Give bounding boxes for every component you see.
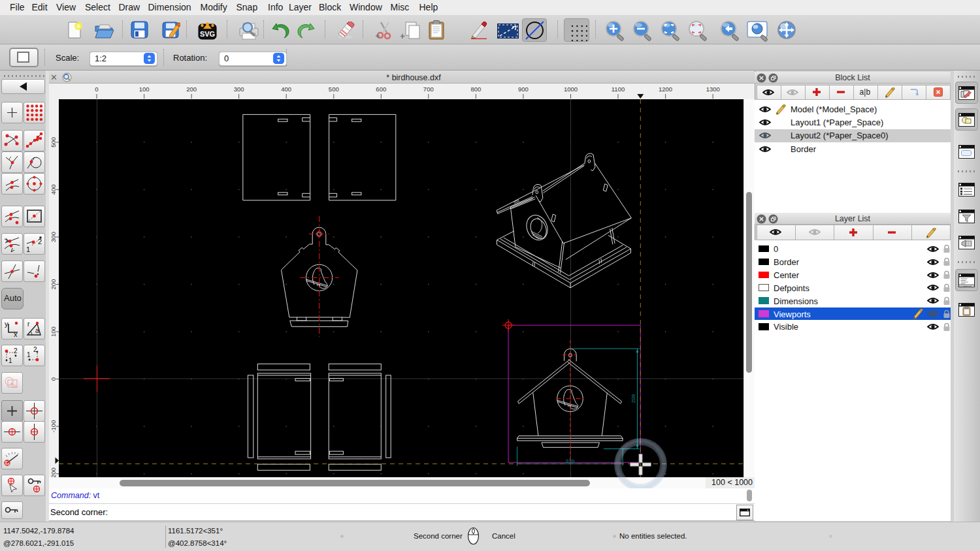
svg-text:500: 500 [329, 86, 339, 93]
svg-text:SVG: SVG [200, 30, 215, 38]
svg-text:2: 2 [33, 347, 37, 353]
svg-text:1: 1 [27, 351, 31, 358]
svg-text:200: 200 [186, 86, 197, 93]
svg-text:2: 2 [38, 238, 42, 245]
svg-text:1100: 1100 [612, 86, 625, 93]
svg-text:1200: 1200 [659, 86, 672, 93]
svg-text:220: 220 [566, 458, 575, 464]
svg-text:800: 800 [470, 86, 481, 93]
svg-text:-100: -100 [50, 420, 57, 433]
svg-text:400: 400 [50, 184, 57, 195]
svg-text:1: 1 [8, 357, 12, 364]
svg-text:1: 1 [26, 245, 30, 253]
svg-text:2: 2 [14, 347, 18, 354]
svg-text:r: r [27, 321, 30, 328]
svg-text:y: y [5, 320, 8, 328]
svg-text:300: 300 [234, 86, 244, 93]
svg-text:400: 400 [281, 86, 291, 93]
svg-text:x: x [14, 330, 18, 338]
svg-text:-200: -200 [50, 467, 57, 477]
svg-text:900: 900 [518, 86, 529, 93]
svg-text:1300: 1300 [706, 86, 720, 93]
svg-text:1000: 1000 [564, 86, 578, 93]
svg-text:a: a [35, 327, 39, 334]
svg-text:209: 209 [630, 394, 636, 403]
svg-text:200: 200 [50, 279, 57, 290]
svg-text:500: 500 [50, 137, 57, 148]
svg-text:c command: c command [960, 285, 972, 288]
svg-text:300: 300 [50, 232, 57, 242]
svg-text:700: 700 [423, 86, 434, 93]
svg-text:100: 100 [50, 326, 57, 337]
svg-text:100: 100 [139, 86, 150, 93]
svg-text:600: 600 [376, 86, 386, 93]
svg-text:0: 0 [50, 377, 57, 381]
svg-text:0: 0 [95, 86, 98, 93]
